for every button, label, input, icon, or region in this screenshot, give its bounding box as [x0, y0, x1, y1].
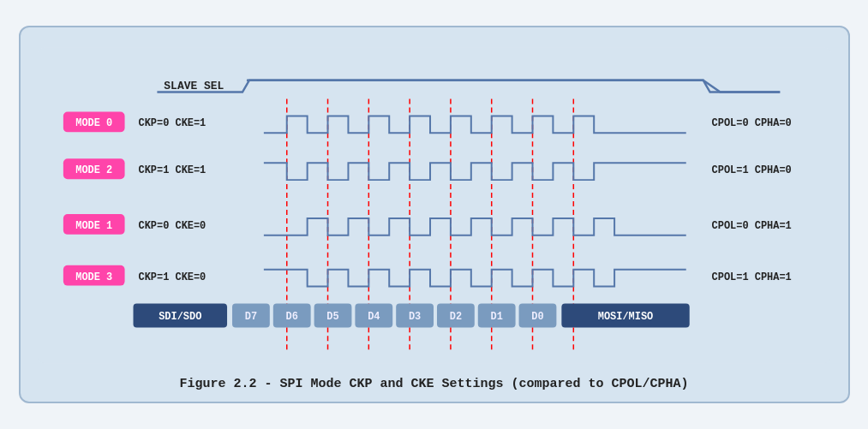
d4-label: D4	[368, 311, 380, 323]
d5-label: D5	[326, 311, 338, 323]
mode0-params: CKP=0 CKE=1	[138, 117, 206, 129]
diagram-area: SLAVE SEL MODE 0 CKP=0 CKE=1 CPOL=0 CP	[38, 43, 831, 368]
mode1-params: CKP=0 CKE=0	[138, 220, 206, 232]
mode1-right: CPOL=0 CPHA=1	[711, 220, 791, 232]
mode3-params: CKP=1 CKE=0	[138, 271, 206, 283]
d2-label: D2	[449, 311, 461, 323]
diagram-svg: SLAVE SEL MODE 0 CKP=0 CKE=1 CPOL=0 CP	[38, 43, 831, 368]
mode2-right: CPOL=1 CPHA=0	[711, 164, 791, 176]
d7-label: D7	[244, 311, 256, 323]
mode2-params: CKP=1 CKE=1	[138, 164, 206, 176]
mode3-label: MODE 3	[75, 271, 112, 283]
sdi-sdo-label: SDI/SDO	[159, 311, 201, 323]
d1-label: D1	[490, 311, 502, 323]
d0-label: D0	[531, 311, 543, 323]
diagram-container: SLAVE SEL MODE 0 CKP=0 CKE=1 CPOL=0 CP	[19, 26, 850, 403]
figure-caption: Figure 2.2 - SPI Mode CKP and CKE Settin…	[38, 377, 831, 391]
mode2-label: MODE 2	[75, 164, 112, 176]
mode0-right: CPOL=0 CPHA=0	[711, 117, 791, 129]
d3-label: D3	[408, 311, 420, 323]
d6-label: D6	[285, 311, 297, 323]
mode3-right: CPOL=1 CPHA=1	[711, 271, 791, 283]
mosi-miso-label: MOSI/MISO	[597, 311, 652, 323]
mode0-label: MODE 0	[75, 117, 112, 129]
slave-sel-label: SLAVE SEL	[164, 80, 224, 92]
mode1-label: MODE 1	[75, 220, 112, 232]
